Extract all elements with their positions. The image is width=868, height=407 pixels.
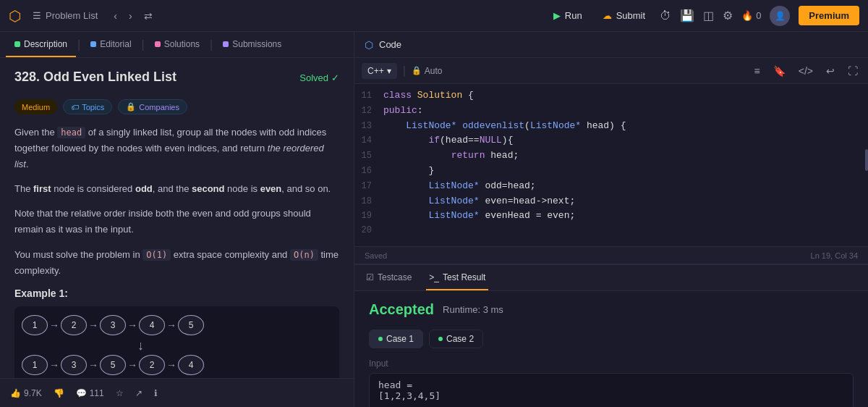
tab-testcase[interactable]: ☑ Testcase (363, 265, 414, 290)
code-toolbar: C++ ▾ | 🔒 Auto ≡ 🔖 </> ↩ ⛶ (354, 58, 868, 84)
results-section: ☑ Testcase >_ Test Result Accepted Runti… (354, 264, 868, 407)
next-problem-button[interactable]: › (124, 7, 137, 25)
tab-test-result[interactable]: >_ Test Result (426, 265, 488, 290)
code-section-icon: ⬡ (365, 39, 373, 51)
line-content-12: public: (383, 104, 868, 119)
thumbs-up-icon: 👍 (10, 388, 21, 398)
like-button[interactable]: 👍 9.7K (10, 388, 42, 398)
line-content-15: return head; (383, 148, 868, 164)
language-selector[interactable]: C++ ▾ (362, 63, 397, 79)
case-2-label: Case 2 (446, 334, 474, 344)
node-2-3: 5 (100, 355, 126, 375)
solved-label: Solved (299, 72, 328, 83)
save-icon[interactable]: 💾 (680, 9, 694, 22)
fullscreen-button[interactable]: ⛶ (845, 64, 861, 78)
problem-description-para1: Given the head of a singly linked list, … (14, 125, 339, 172)
prev-problem-button[interactable]: ‹ (109, 7, 122, 25)
undo-button[interactable]: ↩ (823, 64, 838, 78)
case-1-label: Case 1 (386, 334, 414, 344)
star-button[interactable]: ☆ (116, 388, 124, 398)
auto-selector[interactable]: 🔒 Auto (412, 66, 443, 76)
line-content-11: class Solution { (383, 88, 868, 104)
dislike-button[interactable]: 👎 (54, 388, 64, 398)
line-number-20: 20 (354, 224, 383, 238)
node-2-4: 2 (139, 355, 165, 375)
companies-tag[interactable]: 🔒 Companies (118, 99, 187, 114)
cursor-position: Ln 19, Col 34 (811, 251, 858, 260)
solutions-dot (155, 41, 161, 47)
editorial-label: Editorial (100, 39, 131, 49)
testresult-icon: >_ (429, 272, 439, 282)
settings-icon[interactable]: ⚙ (723, 9, 733, 22)
saved-status: Saved (365, 251, 387, 260)
topics-icon: 🏷 (71, 103, 79, 112)
input-section-label: Input (369, 358, 854, 369)
comment-button[interactable]: 💬 111 (76, 388, 104, 398)
case-1-tab[interactable]: Case 1 (369, 330, 423, 348)
copy-button[interactable]: </> (796, 64, 816, 78)
node-2-2: 3 (61, 355, 87, 375)
line-content-17: ListNode* odd=head; (383, 179, 868, 194)
submit-label: Submit (616, 10, 645, 21)
topics-label: Topics (82, 103, 104, 112)
shuffle-button[interactable]: ⇄ (140, 7, 157, 25)
desc-dot (14, 41, 20, 47)
input-box: head = [1,2,3,4,5] (369, 373, 854, 407)
submissions-dot (223, 41, 229, 47)
like-count: 9.7K (24, 388, 42, 398)
store-icon[interactable]: ◫ (703, 9, 714, 22)
tab-editorial[interactable]: Editorial (82, 32, 140, 57)
case-2-tab[interactable]: Case 2 (429, 330, 483, 348)
case-1-dot (378, 337, 383, 341)
code-section: ⬡ Code C++ ▾ | 🔒 Auto ≡ 🔖 </> ↩ (354, 32, 868, 264)
results-tabs: ☑ Testcase >_ Test Result (354, 265, 868, 291)
scrollbar[interactable] (865, 149, 868, 171)
difficulty-medium[interactable]: Medium (14, 99, 57, 114)
desc-label: Description (24, 39, 67, 49)
code-line-19: 19 ListNode* evenHead = even; (354, 209, 868, 224)
solved-check-icon: ✓ (331, 72, 339, 83)
line-content-18: ListNode* even=head->next; (383, 194, 868, 209)
timer-icon[interactable]: ⏱ (660, 9, 671, 22)
line-number-18: 18 (354, 194, 383, 209)
node-2-1: 1 (22, 355, 48, 375)
topics-tag[interactable]: 🏷 Topics (63, 99, 112, 114)
companies-icon: 🔒 (126, 102, 136, 112)
line-content-14: if(head==NULL){ (383, 133, 868, 148)
testresult-label: Test Result (443, 272, 485, 282)
code-line-15: 15 return head; (354, 148, 868, 164)
case-2-dot (438, 337, 443, 341)
node-1-5: 5 (178, 315, 204, 335)
info-button[interactable]: ℹ (154, 388, 158, 398)
tab-solutions[interactable]: Solutions (146, 32, 208, 57)
testcase-label: Testcase (378, 272, 412, 282)
tab-description[interactable]: Description (6, 32, 76, 57)
right-panel: ⬡ Code C++ ▾ | 🔒 Auto ≡ 🔖 </> ↩ (354, 32, 868, 407)
user-avatar[interactable]: 👤 (770, 6, 790, 26)
arrow-2: → (87, 319, 100, 331)
problem-list-nav[interactable]: ☰ Problem List (33, 10, 98, 21)
fire-counter: 🔥 0 (741, 10, 761, 21)
bookmark-button[interactable]: 🔖 (770, 64, 788, 78)
share-button[interactable]: ↗ (135, 388, 142, 398)
second-bold: second (192, 183, 225, 194)
problem-description-para3: Note that the relative order inside both… (14, 206, 339, 238)
list-row-2: 1 → 3 → 5 → 2 → 4 (22, 355, 332, 375)
run-button[interactable]: ▶ Run (548, 7, 588, 24)
format-button[interactable]: ≡ (752, 64, 763, 78)
leetcode-logo: ⬡ (9, 7, 21, 25)
comment-icon: 💬 (76, 388, 87, 398)
line-content-19: ListNode* evenHead = even; (383, 209, 868, 224)
topbar-actions: ▶ Run ☁ Submit ⏱ 💾 ◫ ⚙ 🔥 0 👤 Premium (548, 6, 859, 26)
premium-button[interactable]: Premium (799, 6, 859, 25)
topbar: ⬡ ☰ Problem List ‹ › ⇄ ▶ Run ☁ Submit ⏱ … (0, 0, 868, 32)
star-icon: ☆ (116, 388, 124, 398)
odd-bold: odd (135, 183, 153, 194)
node-2-5: 4 (178, 355, 204, 375)
node-1-1: 1 (22, 315, 48, 335)
arrow-3: → (126, 319, 139, 331)
code-editor[interactable]: 11 class Solution { 12 public: 13 ListNo… (354, 84, 868, 246)
arrow-1: → (48, 319, 61, 331)
tab-submissions[interactable]: Submissions (214, 32, 290, 57)
submit-button[interactable]: ☁ Submit (597, 7, 651, 24)
